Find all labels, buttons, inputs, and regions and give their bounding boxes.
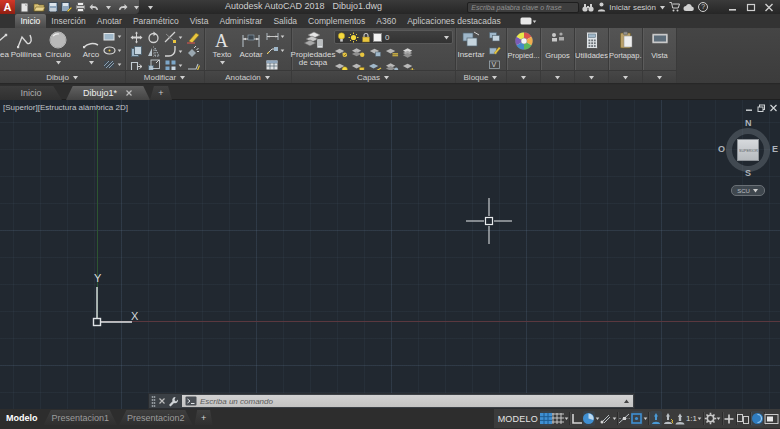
mirror-icon[interactable] [147,45,160,58]
leader-icon[interactable] [265,44,279,57]
viewport-view-control[interactable]: [Superior] [3,103,38,112]
ortho-toggle[interactable] [571,411,583,426]
a360-connect-icon[interactable] [683,3,695,12]
panel-expand-caret[interactable] [609,70,642,83]
erase-icon[interactable] [186,31,200,44]
viewcube[interactable]: N S O E SUPERIOR SCU [719,122,777,202]
circle-button[interactable]: Círculo [41,29,75,70]
ribbon-tab-insercion[interactable]: Inserción [46,14,92,28]
rectangle-icon[interactable] [102,30,116,43]
annotation-visibility-toggle[interactable] [650,411,662,426]
doc-minimize-icon[interactable] [744,103,754,112]
doc-close-icon[interactable] [768,103,778,112]
viewcube-top-face[interactable]: SUPERIOR [737,139,759,161]
arc-flyout-caret-icon[interactable] [88,60,95,65]
new-file-tab-button[interactable]: + [150,86,172,100]
panel-utilidades[interactable]: Utilidades [575,28,609,83]
command-customize-icon[interactable] [168,396,179,407]
command-input[interactable]: Escriba un comando [182,395,633,407]
polar-tracking-toggle[interactable] [583,411,595,426]
object-snap-caret-icon[interactable] [643,409,648,428]
signin-caret-icon[interactable] [659,5,666,10]
panel-label-anotacion[interactable]: Anotación [205,70,291,83]
qat-menu-caret-icon[interactable] [144,1,157,13]
layout-tab-modelo[interactable]: Modelo [0,410,44,425]
clean-screen-toggle[interactable] [765,411,777,426]
ribbon-tab-a360[interactable]: A360 [371,14,402,28]
trim-icon[interactable] [164,31,177,44]
layer-properties-button[interactable]: Propiedadesde capa [291,29,335,70]
app-logo-icon[interactable]: A [0,0,15,14]
circle-flyout-caret-icon[interactable] [55,60,62,65]
save-icon[interactable] [46,1,59,13]
ribbon-tab-anotar[interactable]: Anotar [91,14,127,28]
ribbon-tab-complementos[interactable]: Complementos [303,14,371,28]
panel-label-modificar[interactable]: Modificar [126,70,204,83]
store-cart-icon[interactable] [669,2,680,12]
window-maximize-icon[interactable] [743,1,758,13]
annotation-scale-toggle[interactable] [674,411,686,426]
dimension-button[interactable]: Acotar [234,29,268,70]
panel-label-dibujo[interactable]: Dibujo [0,70,125,83]
window-minimize-icon[interactable] [725,1,740,13]
new-file-icon[interactable] [18,1,31,13]
panel-label-capas[interactable]: Capas [292,70,455,83]
help-search-input[interactable]: Escriba palabra clave o frase [467,2,579,13]
signin-user-icon[interactable] [597,2,606,12]
polyline-button[interactable]: Polilínea [9,29,43,70]
dimension-style-icon[interactable] [265,30,279,43]
isodraft-caret-icon[interactable] [612,409,617,428]
viewcube-east[interactable]: E [772,144,778,154]
workspace-gear-caret-icon[interactable] [716,409,721,428]
viewcube-north[interactable]: N [745,118,752,128]
annotation-autoscale-toggle[interactable] [662,411,674,426]
command-close-icon[interactable] [158,397,166,405]
panel-expand-caret[interactable] [507,70,540,83]
ellipse-caret-icon[interactable] [117,44,122,57]
object-snap-toggle[interactable] [631,411,643,426]
dimension-caret-icon[interactable] [280,30,285,43]
move-icon[interactable] [130,31,143,44]
file-tab-close-icon[interactable] [125,89,133,97]
file-tab-dibujo1[interactable]: Dibujo1* [66,86,150,100]
file-tab-inicio[interactable]: Inicio [0,86,62,100]
viewcube-west[interactable]: O [718,144,725,154]
snap-mode-caret-icon[interactable] [564,409,569,428]
fillet-caret-icon[interactable] [178,44,183,58]
panel-expand-caret[interactable] [575,70,608,83]
snap-mode-toggle[interactable] [552,411,564,426]
ribbon-mode-caret-icon[interactable] [532,14,537,28]
ribbon-display-toggle[interactable] [518,14,539,28]
save-as-icon[interactable] [60,1,73,13]
ribbon-tab-parametrico[interactable]: Paramétrico [127,14,184,28]
text-flyout-caret-icon[interactable] [219,60,226,65]
doc-restore-icon[interactable] [756,103,766,112]
annotation-scale-value[interactable]: 1:1 [686,414,697,423]
panel-expand-caret[interactable] [643,70,676,83]
signin-button[interactable]: Iniciar sesión [609,3,656,12]
layer-dropdown[interactable]: 0 [334,30,453,44]
ribbon-tab-inicio[interactable]: Inicio [15,14,46,28]
model-space-button[interactable]: MODELO [498,414,538,424]
fillet-icon[interactable] [164,45,177,58]
object-snap-tracking-toggle[interactable] [619,411,631,426]
ellipse-icon[interactable] [102,44,116,57]
explode-icon[interactable] [186,45,199,58]
trim-caret-icon[interactable] [178,30,183,44]
layer-set-current-icon[interactable] [334,46,348,59]
layout-tab-presentacion2[interactable]: Presentacion2 [119,410,193,425]
viewcube-south[interactable]: S [745,168,751,178]
copy-icon[interactable] [130,45,143,58]
isodraft-toggle[interactable] [600,411,612,426]
layout-tab-presentacion1[interactable]: Presentacion1 [44,410,118,425]
new-layout-button[interactable]: + [195,410,213,425]
panel-portapap[interactable]: Portapap... [609,28,643,83]
ribbon-tab-aplicaciones[interactable]: Aplicaciones destacadas [402,14,507,28]
panel-grupos[interactable]: Grupos [541,28,575,83]
ribbon-tab-salida[interactable]: Salida [268,14,303,28]
panel-propied[interactable]: Propied... [507,28,541,83]
panel-expand-caret[interactable] [541,70,574,83]
open-file-icon[interactable] [32,1,45,13]
create-block-icon[interactable] [487,30,501,43]
search-binoculars-icon[interactable] [582,3,594,12]
